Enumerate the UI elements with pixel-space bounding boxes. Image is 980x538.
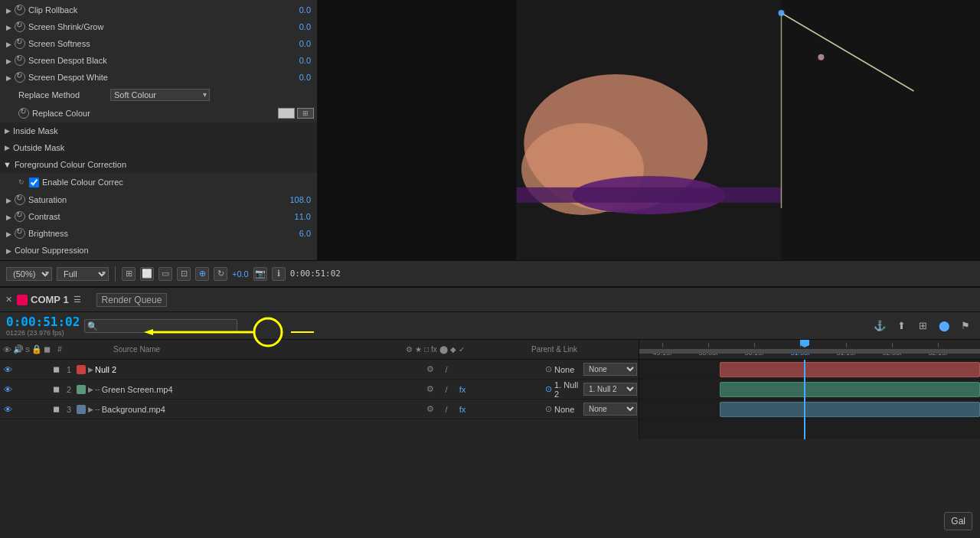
camera-icon[interactable]: 📷 bbox=[253, 267, 267, 281]
layer2-parent-dropdown[interactable]: 1. Null 2 None bbox=[583, 383, 637, 396]
outside-mask-section: ▶ Outside Mask bbox=[0, 139, 317, 156]
header-label-icon[interactable]: ◼ bbox=[44, 344, 51, 354]
gallery-button[interactable]: Gal bbox=[944, 512, 972, 530]
layer3-sw-compose[interactable]: ⚙ bbox=[423, 404, 438, 414]
replace-colour-row: Replace Colour ⊞ bbox=[0, 104, 317, 122]
info-icon[interactable]: ℹ bbox=[272, 267, 286, 281]
layer2-color-box bbox=[77, 385, 86, 394]
comp1-close-icon[interactable]: ✕ bbox=[3, 295, 14, 305]
screen-softness-triangle[interactable]: ▶ bbox=[6, 41, 12, 47]
brightness-row: ▶ Brightness 6.0 bbox=[0, 225, 317, 242]
layer1-vis-icon[interactable]: 👁 bbox=[2, 365, 14, 374]
layer2-name[interactable]: Green Screen.mp4 bbox=[102, 385, 423, 394]
screen-shrink-triangle[interactable]: ▶ bbox=[6, 24, 12, 30]
layer2-sw-compose[interactable]: ⚙ bbox=[423, 384, 438, 394]
solo-icon-btn[interactable]: ⬤ bbox=[936, 318, 952, 334]
layer3-vis-icon[interactable]: 👁 bbox=[2, 405, 14, 414]
screen-softness-label: Screen Softness bbox=[28, 39, 299, 48]
contrast-cycle[interactable] bbox=[15, 211, 25, 222]
rect-icon[interactable]: ▭ bbox=[158, 267, 172, 281]
layer2-label-btn[interactable]: ◼ bbox=[51, 384, 61, 394]
layer3-expand[interactable]: ▶ bbox=[88, 406, 93, 413]
track-row-1 bbox=[639, 360, 980, 380]
comp1-tab-menu[interactable]: ☰ bbox=[74, 295, 81, 305]
clip-rollback-triangle[interactable]: ▶ bbox=[6, 7, 12, 13]
header-lock-icon[interactable]: 🔒 bbox=[31, 344, 42, 354]
layer1-sw-slash[interactable]: / bbox=[439, 365, 454, 374]
preview-controls-bar: (50%) 25% 100% Full Half Quarter ⊞ ⬜ ▭ ⊡… bbox=[0, 260, 980, 286]
layer3-label-btn[interactable]: ◼ bbox=[51, 404, 61, 414]
layer3-num: 3 bbox=[61, 405, 77, 414]
layer2-parent-value: 1. Null 2 bbox=[554, 380, 581, 399]
layer2-expand[interactable]: ▶ bbox=[88, 386, 93, 393]
colour-suppression-triangle[interactable]: ▶ bbox=[6, 247, 12, 253]
layer1-parent-dropdown[interactable]: None bbox=[583, 363, 637, 376]
brightness-triangle[interactable]: ▶ bbox=[6, 230, 12, 236]
zoom-select[interactable]: (50%) 25% 100% bbox=[6, 267, 52, 281]
box-icon[interactable]: ⬜ bbox=[140, 267, 154, 281]
link-icon-btn[interactable]: ⚓ bbox=[871, 318, 888, 334]
header-sw-5: ⬤ bbox=[439, 345, 448, 354]
screen-despot-black-cycle[interactable] bbox=[15, 55, 25, 66]
clip-rollback-label: Clip Rollback bbox=[28, 5, 299, 15]
layer3-name[interactable]: Background.mp4 bbox=[102, 405, 423, 414]
clip-null2[interactable] bbox=[720, 362, 980, 377]
timeline-right-inner: 49:15f 50:03f 50:15f 51:03f 51:15f 52:03… bbox=[639, 340, 980, 439]
saturation-cycle[interactable] bbox=[15, 194, 25, 205]
layer2-parent-icon: ⊙ bbox=[545, 384, 552, 394]
layer2-vis-icon[interactable]: 👁 bbox=[2, 385, 14, 394]
comp1-tab-label[interactable]: COMP 1 bbox=[31, 294, 69, 305]
layer-search-input[interactable] bbox=[84, 319, 237, 333]
refresh-icon[interactable]: ↻ bbox=[214, 267, 227, 281]
layer3-sw-fx[interactable]: fx bbox=[455, 405, 470, 414]
contrast-triangle[interactable]: ▶ bbox=[6, 214, 12, 220]
inside-mask-triangle[interactable]: ▶ bbox=[5, 127, 10, 135]
layer1-expand[interactable]: ▶ bbox=[88, 366, 93, 373]
header-solo-icon[interactable]: S bbox=[25, 346, 30, 354]
layer2-parent: ⊙ 1. Null 2 1. Null 2 None bbox=[545, 380, 637, 399]
contrast-row: ▶ Contrast 11.0 bbox=[0, 208, 317, 225]
foreground-label: Foreground Colour Correction bbox=[15, 160, 126, 169]
foreground-triangle[interactable]: ▼ bbox=[3, 160, 11, 169]
screen-despot-black-triangle[interactable]: ▶ bbox=[6, 57, 12, 64]
clip-greenscreen[interactable] bbox=[720, 382, 980, 397]
colour-swatch[interactable] bbox=[278, 108, 295, 119]
enable-colour-checkbox[interactable] bbox=[29, 178, 39, 187]
layer2-sw-slash[interactable]: / bbox=[439, 385, 454, 394]
flags-icon-btn[interactable]: ⚑ bbox=[957, 318, 974, 334]
timeline-ruler: 49:15f 50:03f 50:15f 51:03f 51:15f 52:03… bbox=[639, 340, 980, 360]
ruler-ticks: 49:15f 50:03f 50:15f 51:03f 51:15f 52:03… bbox=[639, 349, 980, 357]
clip-rollback-cycle[interactable] bbox=[15, 5, 25, 15]
grid-icon[interactable]: ⊞ bbox=[122, 267, 136, 281]
brightness-cycle[interactable] bbox=[15, 228, 25, 239]
layer3-sw-slash[interactable]: / bbox=[439, 405, 454, 414]
layer1-label-btn[interactable]: ◼ bbox=[51, 364, 61, 374]
header-audio-icon[interactable]: 🔊 bbox=[13, 344, 24, 354]
layer3-color-box bbox=[77, 405, 86, 414]
color-icon[interactable]: ⊕ bbox=[195, 267, 209, 281]
replace-colour-cycle-icon[interactable] bbox=[18, 108, 29, 119]
outside-mask-triangle[interactable]: ▶ bbox=[5, 144, 10, 152]
screen-shrink-cycle[interactable] bbox=[15, 21, 25, 32]
screen-despot-white-triangle[interactable]: ▶ bbox=[6, 74, 12, 80]
quality-select[interactable]: Full Half Quarter bbox=[57, 267, 109, 281]
replace-method-select[interactable]: Soft Colour Hard Colour None bbox=[110, 89, 210, 101]
layer3-parent-dropdown[interactable]: None bbox=[583, 403, 637, 416]
render-queue-tab[interactable]: Render Queue bbox=[96, 293, 168, 307]
layer1-name[interactable]: Null 2 bbox=[95, 365, 423, 374]
layer2-sw-fx[interactable]: fx bbox=[455, 385, 470, 394]
clip-background[interactable] bbox=[720, 402, 980, 417]
timeline-timecode[interactable]: 0:00:51:02 bbox=[6, 315, 80, 329]
screen-softness-cycle[interactable] bbox=[15, 38, 25, 49]
comp-icon-btn[interactable]: ⊞ bbox=[914, 318, 931, 334]
header-sw-6: ◆ bbox=[450, 345, 456, 354]
saturation-triangle[interactable]: ▶ bbox=[6, 197, 12, 203]
overlay-icon[interactable]: ⊡ bbox=[177, 267, 191, 281]
header-vis-icon[interactable]: 👁 bbox=[3, 345, 11, 354]
screen-despot-white-label: Screen Despot White bbox=[28, 73, 299, 82]
replace-method-label: Replace Method bbox=[18, 90, 110, 99]
colour-picker-icon[interactable]: ⊞ bbox=[297, 108, 314, 119]
lift-icon-btn[interactable]: ⬆ bbox=[893, 318, 910, 334]
screen-despot-white-cycle[interactable] bbox=[15, 72, 25, 83]
layer1-sw-compose[interactable]: ⚙ bbox=[423, 364, 438, 374]
